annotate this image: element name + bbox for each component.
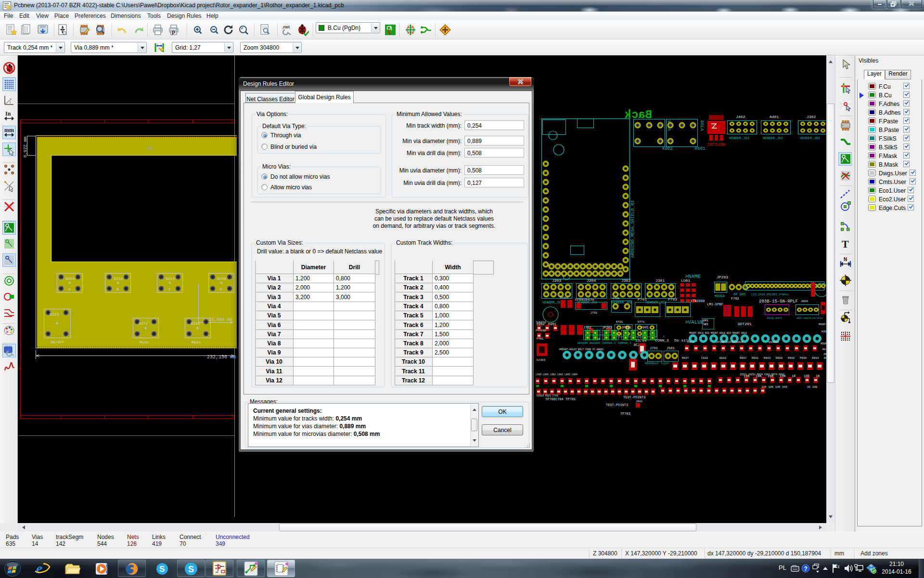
- svg-text:r: r: [10, 100, 11, 105]
- svg-text:S: S: [188, 565, 194, 574]
- svg-text:TEST-POINT3: TEST-POINT3: [606, 403, 628, 407]
- svg-text:1K 10E: 1K 10E: [807, 385, 818, 389]
- svg-text:J701: J701: [590, 311, 598, 315]
- svg-text:R902: R902: [788, 356, 795, 360]
- svg-text:15Z21 15Z21 R974 C902 R9?4 D90: 15Z21 15Z21 R974 C902 R9?4 D901: [740, 373, 784, 376]
- svg-text:TEST-POINT3: TEST-POINT3: [623, 395, 645, 399]
- svg-text:P702: P702: [668, 297, 677, 302]
- svg-text:S220: S220: [191, 321, 200, 326]
- svg-text:R610: R610: [822, 348, 826, 351]
- svg-text:1: 1: [60, 416, 62, 420]
- svg-text:R907: R907: [740, 356, 747, 360]
- svg-text:JP203: JP203: [717, 275, 728, 279]
- svg-text:J203: J203: [552, 278, 561, 283]
- svg-text:R60?: R60?: [682, 356, 689, 360]
- svg-text:?: ?: [804, 565, 808, 572]
- svg-text:JP201: JP201: [621, 326, 631, 329]
- svg-text:J901: J901: [641, 326, 649, 329]
- svg-text:S214: S214: [166, 276, 175, 281]
- svg-text:K602: K602: [662, 146, 673, 151]
- svg-text:mm: mm: [4, 127, 14, 133]
- svg-text:ARDUINO_MEGA_SHIELD_R3: ARDUINO_MEGA_SHIELD_R3: [630, 200, 635, 258]
- svg-text:P701: P701: [638, 297, 647, 302]
- svg-text:HEADER BUZZER JUMPER-3 JUMPER_: HEADER BUZZER JUMPER-3 JUMPER_3: [578, 342, 631, 345]
- svg-text:TP706C704 TP705: TP706C704 TP705: [545, 397, 576, 401]
- svg-text:F7D1: F7D1: [537, 337, 544, 341]
- svg-text:PTCGND: PTCGND: [536, 329, 546, 332]
- svg-text:K701: K701: [616, 320, 623, 324]
- svg-text:D602: D602: [719, 356, 727, 360]
- svg-text:LTN2888: LTN2888: [691, 299, 705, 303]
- svg-text:R903: R903: [764, 356, 771, 360]
- svg-text:1: 1: [60, 120, 62, 125]
- svg-text:J501: J501: [667, 346, 675, 350]
- svg-text:25,660 mm: 25,660 mm: [209, 317, 232, 322]
- svg-text:F702: F702: [731, 297, 739, 301]
- svg-text:DZ919 R9Z1 C703: DZ919 R9Z1 C703: [537, 394, 558, 397]
- svg-text:H304: H304: [821, 330, 826, 333]
- svg-text:n: n: [19, 366, 21, 370]
- svg-text:ON/OFF: ON/OFF: [51, 340, 64, 344]
- svg-text:C: C: [168, 287, 171, 291]
- svg-text:S248: S248: [217, 276, 226, 281]
- svg-text:LM7805-SCHT91098R1M: LM7805-SCHT91098R1M: [716, 341, 743, 344]
- svg-text:GDT201: GDT201: [738, 322, 752, 326]
- svg-text:HEADER_J02: HEADER_J02: [646, 301, 666, 304]
- svg-text:MOUNT: MOUNT: [821, 342, 826, 345]
- svg-text:203B-15-5N-RPLF: 203B-15-5N-RPLF: [759, 299, 798, 304]
- svg-text:S210: S210: [114, 276, 123, 281]
- svg-text:HEADER_J02: HEADER_J02: [542, 301, 563, 304]
- svg-text:232,156 mm: 232,156 mm: [207, 355, 236, 360]
- svg-text:LM1-5PBF: LM1-5PBF: [707, 302, 723, 306]
- svg-text:UM1: UM1: [703, 319, 708, 322]
- svg-text:T59?4: T59?4: [687, 341, 694, 344]
- svg-text:J302: J302: [621, 278, 630, 283]
- svg-text:Jmnq dmrt: Jmnq dmrt: [767, 316, 782, 320]
- svg-text:J701: J701: [650, 346, 658, 350]
- svg-text:S223: S223: [50, 312, 59, 316]
- svg-text:P: P: [172, 30, 175, 36]
- svg-text:S204: S204: [65, 276, 75, 281]
- svg-text:HEADER.J02: HEADER.J02: [800, 136, 820, 140]
- svg-text:K7?1: K7?1: [638, 320, 645, 324]
- svg-text:AR GND: AR GND: [733, 292, 745, 296]
- svg-text:HMOUNT-HOLE3 BOLT CONN FC-WHEE: HMOUNT-HOLE3 BOLT CONN FC-WHEEL: [559, 348, 604, 351]
- svg-text:P906: P906: [800, 356, 807, 360]
- svg-text:R908: R908: [776, 356, 783, 360]
- svg-text:HEADER.J02: HEADER.J02: [763, 136, 783, 140]
- svg-text:M035A: M035A: [715, 294, 725, 298]
- svg-text:HEADBack light: HEADBack light: [645, 362, 669, 365]
- svg-text:L905 L906 L901 L902 L903 L904: L905 L906 L901 L902 L903 L904: [536, 373, 578, 376]
- svg-text:HEADER.J02: HEADER.J02: [729, 136, 749, 140]
- svg-text:.net: .net: [282, 25, 290, 29]
- svg-text:HJ303: HJ303: [537, 358, 545, 362]
- svg-text:J301: J301: [655, 278, 665, 283]
- svg-text:J702: J702: [583, 326, 591, 329]
- svg-text:2: 2: [147, 120, 149, 125]
- svg-text:C602: C602: [701, 356, 708, 360]
- svg-text:S2?2: S2?2: [139, 321, 148, 326]
- svg-text:J204: J204: [587, 278, 596, 283]
- svg-text:eml= bmwrd om/oFlq: eml= bmwrd om/oFlq: [796, 317, 822, 320]
- svg-text:TP703: TP703: [620, 412, 630, 416]
- svg-text:G5LA: G5LA: [699, 120, 704, 131]
- svg-text:TV201: TV201: [560, 296, 568, 300]
- svg-text:MOUNT HOLE BIG MOUNT HOLE BIG: MOUNT HOLE BIG MOUNT HOLE BIG MOUNT HOLE: [689, 332, 747, 335]
- svg-text:JP202: JP202: [602, 326, 612, 329]
- svg-text:LCD_2X16_POLSKI_ZYWALL: LCD_2X16_POLSKI_ZYWALL: [751, 293, 790, 296]
- svg-text:e: e: [36, 561, 42, 576]
- svg-text:DIODE1N4148: DIODE1N4148: [575, 298, 594, 302]
- svg-text:10K 10K 10K 10K: 10K 10K 10K 10K: [761, 385, 787, 389]
- svg-text:J302: J302: [807, 115, 816, 119]
- svg-text:K701: K701: [613, 297, 620, 300]
- svg-text:IRF540M: IRF540M: [707, 143, 725, 147]
- svg-text:D: D: [220, 287, 222, 291]
- svg-text:N: N: [844, 257, 847, 262]
- svg-text:R904: R904: [812, 356, 819, 360]
- svg-text:Meas: Meas: [192, 340, 201, 344]
- svg-text:A: A: [68, 287, 71, 291]
- svg-text:>VALUE: >VALUE: [685, 319, 704, 325]
- svg-text:In: In: [5, 110, 11, 117]
- svg-text:J901: J901: [636, 400, 643, 403]
- svg-text:K601: K601: [695, 146, 706, 151]
